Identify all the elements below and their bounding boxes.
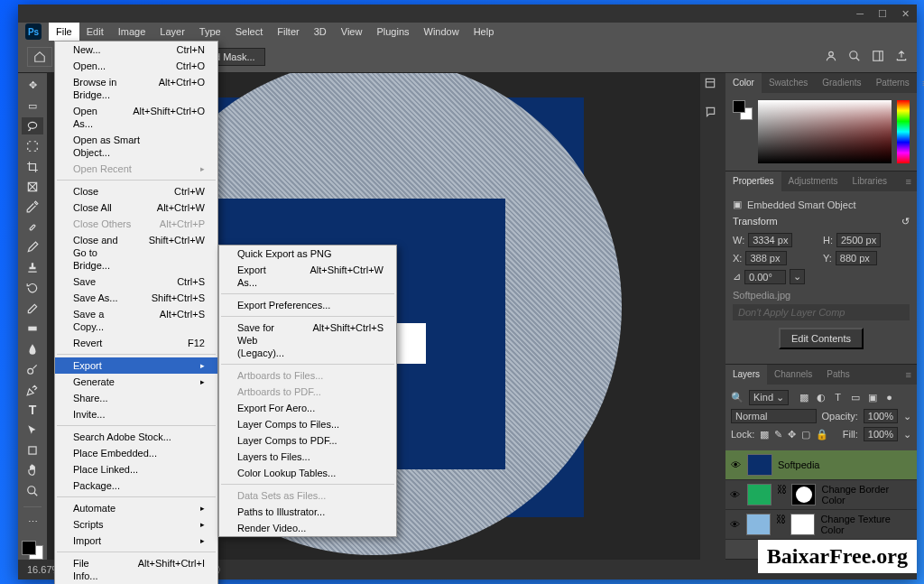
maximize-button[interactable]: ☐ [878,8,887,20]
menuitem-place-linked[interactable]: Place Linked... [55,461,217,477]
tab-channels[interactable]: Channels [767,365,819,385]
menuitem-close-all[interactable]: Close AllAlt+Ctrl+W [55,199,217,216]
menuitem-export-for-aero[interactable]: Export For Aero... [219,400,396,416]
history-brush-tool[interactable] [22,280,43,297]
menuitem-invite[interactable]: Invite... [55,406,217,422]
pen-tool[interactable] [22,381,43,398]
menuitem-export-as[interactable]: Export As...Alt+Shift+Ctrl+W [219,262,396,291]
menuitem-close[interactable]: CloseCtrl+W [55,183,217,199]
crop-tool[interactable] [22,158,43,175]
blend-mode-select[interactable]: Normal [731,409,817,423]
menu-file[interactable]: File [49,23,79,41]
menuitem-share[interactable]: Share... [55,390,217,406]
menuitem-paths-to-illustrator[interactable]: Paths to Illustrator... [219,504,396,520]
menuitem-close-and-go-to-bridge[interactable]: Close and Go to Bridge...Shift+Ctrl+W [55,232,217,273]
menuitem-open-as[interactable]: Open As...Alt+Shift+Ctrl+O [55,103,217,132]
stamp-tool[interactable] [22,259,43,276]
menu-3d[interactable]: 3D [307,23,334,41]
menuitem-browse-in-bridge[interactable]: Browse in Bridge...Alt+Ctrl+O [55,74,217,103]
menu-view[interactable]: View [334,23,370,41]
menu-layer[interactable]: Layer [152,23,192,41]
frame-tool[interactable] [22,178,43,195]
lock-position-icon[interactable]: ✥ [788,429,796,440]
filter-smart-icon[interactable]: ▣ [866,392,878,403]
hue-slider[interactable] [897,100,910,163]
opacity-field[interactable]: 100% [864,409,898,423]
gradient-tool[interactable] [22,320,43,337]
layer-border[interactable]: 👁 ⛓ Change Border Color [725,480,917,510]
menuitem-save[interactable]: SaveCtrl+S [55,273,217,290]
tab-paths[interactable]: Paths [819,365,857,385]
menuitem-render-video[interactable]: Render Video... [219,520,396,536]
menu-filter[interactable]: Filter [270,23,306,41]
filter-shape-icon[interactable]: ▭ [849,392,861,403]
filter-toggle-icon[interactable]: ● [883,392,895,403]
tab-swatches[interactable]: Swatches [762,73,815,93]
selection-tool[interactable] [22,137,43,154]
x-field[interactable]: 388 px [745,251,787,265]
menuitem-import[interactable]: Import▸ [55,533,217,549]
angle-dropdown[interactable]: ⌄ [790,269,805,284]
brush-tool[interactable] [22,239,43,256]
visibility-icon[interactable]: 👁 [729,519,741,530]
panel-menu-icon[interactable]: ≡ [917,78,924,88]
tab-adjustments[interactable]: Adjustments [781,171,845,191]
blur-tool[interactable] [22,340,43,357]
dodge-tool[interactable] [22,360,43,377]
menu-image[interactable]: Image [111,23,153,41]
height-field[interactable]: 2500 px [836,233,881,247]
filter-adjust-icon[interactable]: ◐ [815,392,827,403]
tab-gradients[interactable]: Gradients [815,73,868,93]
lock-paint-icon[interactable]: ✎ [774,429,782,440]
workspace-icon[interactable] [872,50,884,64]
panel-menu-icon[interactable]: ≡ [901,176,917,187]
comments-panel-icon[interactable] [704,106,722,124]
cloud-user-icon[interactable] [825,50,837,64]
menuitem-search-adobe-stock[interactable]: Search Adobe Stock... [55,429,217,445]
menuitem-layer-comps-to-files[interactable]: Layer Comps to Files... [219,416,396,432]
menuitem-package[interactable]: Package... [55,477,217,494]
history-panel-icon[interactable] [704,77,722,95]
tab-layers[interactable]: Layers [725,365,767,385]
edit-toolbar[interactable]: ⋯ [22,513,43,530]
eraser-tool[interactable] [22,300,43,317]
lasso-tool[interactable] [22,117,43,134]
menuitem-save-a-copy[interactable]: Save a Copy...Alt+Ctrl+S [55,306,217,335]
tab-properties[interactable]: Properties [725,171,781,191]
menuitem-save-as[interactable]: Save As...Shift+Ctrl+S [55,290,217,306]
color-swatches[interactable] [22,541,43,560]
panel-color-swatches[interactable] [733,100,753,120]
visibility-icon[interactable]: 👁 [729,489,742,500]
panel-menu-icon[interactable]: ≡ [901,369,917,380]
search-icon[interactable] [848,50,861,64]
type-tool[interactable]: T [22,401,43,418]
angle-field[interactable]: 0.00° [744,270,786,284]
lock-pixels-icon[interactable]: ▩ [760,429,769,440]
share-icon[interactable] [895,50,908,64]
healing-tool[interactable] [22,218,43,236]
hand-tool[interactable] [22,462,43,479]
menuitem-new[interactable]: New...Ctrl+N [55,42,217,58]
filter-type-icon[interactable]: T [832,392,844,403]
marquee-tool[interactable]: ▭ [22,97,43,114]
menuitem-export[interactable]: Export▸ [55,357,217,374]
filter-image-icon[interactable]: ▩ [798,392,809,403]
menuitem-quick-export-as-png[interactable]: Quick Export as PNG [219,246,396,262]
reset-icon[interactable]: ↺ [901,216,910,227]
minimize-button[interactable]: ─ [856,8,864,19]
menu-select[interactable]: Select [228,23,271,41]
menu-edit[interactable]: Edit [79,23,111,41]
y-field[interactable]: 880 px [836,251,877,265]
path-tool[interactable] [22,422,43,439]
menuitem-layer-comps-to-pdf[interactable]: Layer Comps to PDF... [219,432,396,449]
menu-type[interactable]: Type [192,23,228,41]
layer-softpedia[interactable]: 👁 Softpedia [725,450,917,480]
home-icon[interactable] [27,47,52,67]
tab-color[interactable]: Color [725,73,762,93]
menu-help[interactable]: Help [467,23,502,41]
lock-artboard-icon[interactable]: ▢ [801,429,810,440]
menuitem-place-embedded[interactable]: Place Embedded... [55,445,217,461]
edit-contents-button[interactable]: Edit Contents [779,328,864,349]
eyedropper-tool[interactable] [22,199,43,216]
menuitem-generate[interactable]: Generate▸ [55,374,217,390]
